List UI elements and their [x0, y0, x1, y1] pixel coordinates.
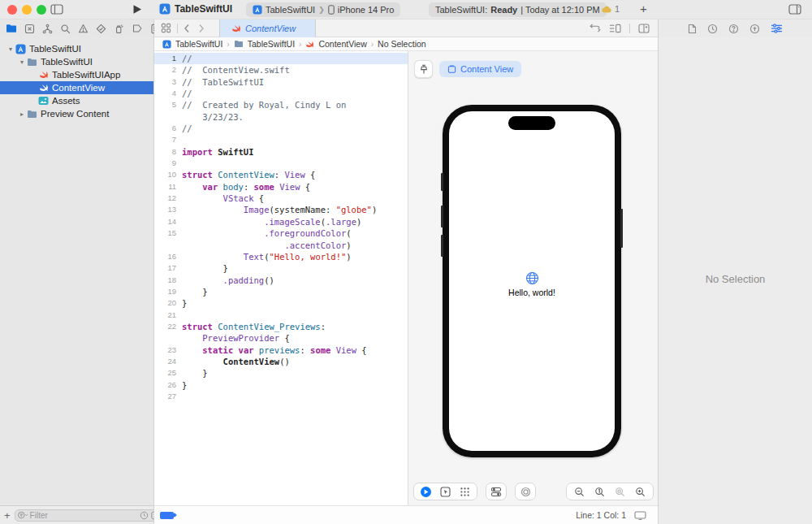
- disclosure-triangle[interactable]: ▾: [18, 58, 26, 66]
- line-col-indicator[interactable]: Line: 1 Col: 1: [576, 510, 626, 520]
- quick-help-inspector-icon[interactable]: [728, 24, 739, 34]
- line-number[interactable]: [154, 111, 182, 123]
- symbols-navigator-tab[interactable]: [42, 24, 53, 34]
- code-line[interactable]: 21: [154, 310, 408, 321]
- line-number[interactable]: 7: [154, 134, 182, 145]
- line-number[interactable]: 4: [154, 88, 182, 99]
- attributes-inspector-icon[interactable]: [771, 24, 783, 33]
- warning-badge[interactable]: 1: [602, 4, 620, 14]
- jumpbar-project[interactable]: TableSwiftUI: [175, 39, 222, 49]
- code-line[interactable]: 9: [154, 158, 408, 169]
- code-line[interactable]: 15 .foregroundColor(: [154, 227, 408, 239]
- code-line[interactable]: .accentColor): [154, 240, 408, 251]
- navigator-item-tableswiftuiapp[interactable]: TableSwiftUIApp: [0, 68, 153, 81]
- code-line[interactable]: 20}: [154, 297, 408, 309]
- accessibility-inspector-icon[interactable]: [749, 24, 760, 34]
- debug-navigator-tab[interactable]: [114, 24, 124, 34]
- code-review-icon[interactable]: [590, 24, 601, 32]
- line-number[interactable]: 5: [154, 99, 182, 110]
- add-tab-button[interactable]: +: [640, 2, 647, 15]
- display-icon[interactable]: [634, 511, 646, 520]
- line-number[interactable]: 6: [154, 123, 182, 134]
- device-settings-button[interactable]: [486, 483, 507, 500]
- source-control-navigator-tab[interactable]: [24, 24, 35, 34]
- code-line[interactable]: 3/23/23.: [154, 111, 408, 123]
- line-number[interactable]: 23: [154, 344, 182, 356]
- file-inspector-icon[interactable]: [688, 24, 697, 34]
- navigator-item-tableswiftui[interactable]: ▾TableSwiftUI: [0, 42, 153, 55]
- line-number[interactable]: 24: [154, 356, 182, 367]
- navigator-item-preview-content[interactable]: ▸Preview Content: [0, 107, 153, 120]
- iphone-preview-device[interactable]: Hello, world!: [443, 105, 621, 457]
- code-line[interactable]: 6//: [154, 123, 408, 134]
- editor-options-icon[interactable]: [609, 24, 621, 33]
- line-number[interactable]: 19: [154, 286, 182, 297]
- code-line[interactable]: 7: [154, 134, 408, 145]
- pin-preview-button[interactable]: [414, 60, 433, 78]
- sidebar-toggle-icon[interactable]: [50, 4, 63, 15]
- line-number[interactable]: 20: [154, 297, 182, 309]
- code-line[interactable]: 11 var body: some View {: [154, 181, 408, 193]
- zoom-in-button[interactable]: [635, 487, 646, 497]
- issues-navigator-tab[interactable]: [78, 24, 89, 34]
- jumpbar-file[interactable]: ContentView: [318, 39, 366, 49]
- zoom-fit-button[interactable]: [615, 487, 625, 497]
- project-navigator-tab[interactable]: [6, 24, 17, 33]
- close-window-button[interactable]: [7, 5, 17, 15]
- code-line[interactable]: 23 static var previews: some View {: [154, 344, 408, 356]
- color-scheme-button[interactable]: [515, 483, 536, 500]
- line-number[interactable]: 13: [154, 204, 182, 215]
- line-number[interactable]: 1: [154, 53, 182, 64]
- zoom-actual-button[interactable]: [594, 487, 605, 497]
- code-line[interactable]: 3// TableSwiftUI: [154, 76, 408, 88]
- code-line[interactable]: 27: [154, 391, 408, 402]
- code-line[interactable]: 25 }: [154, 367, 408, 379]
- right-panel-toggle-icon[interactable]: [788, 4, 801, 15]
- line-number[interactable]: 15: [154, 227, 182, 239]
- line-number[interactable]: 21: [154, 310, 182, 321]
- jumpbar-group[interactable]: TableSwiftUI: [248, 39, 295, 49]
- preview-name-pill[interactable]: Content View: [439, 61, 521, 77]
- line-number[interactable]: 2: [154, 64, 182, 76]
- recents-clock-icon[interactable]: [140, 511, 149, 520]
- line-number[interactable]: 22: [154, 321, 182, 332]
- zoom-window-button[interactable]: [37, 5, 46, 15]
- code-line[interactable]: 16 Text("Hello, world!"): [154, 251, 408, 262]
- selectable-preview-button[interactable]: [440, 487, 451, 497]
- source-editor[interactable]: 1//2// ContentView.swift3// TableSwiftUI…: [154, 51, 408, 505]
- tab-contentview[interactable]: ContentView: [219, 19, 316, 37]
- code-line[interactable]: 18 .padding(): [154, 275, 408, 286]
- line-number[interactable]: 9: [154, 158, 182, 169]
- line-number[interactable]: 18: [154, 275, 182, 286]
- code-line[interactable]: PreviewProvider {: [154, 332, 408, 344]
- scheme-selector[interactable]: TableSwiftUI ❯ iPhone 14 Pro: [246, 2, 400, 17]
- code-line[interactable]: 5// Created by Royal, Cindy L on: [154, 99, 408, 110]
- line-number[interactable]: 8: [154, 146, 182, 158]
- navigator-item-contentview[interactable]: ContentView: [0, 81, 153, 94]
- code-line[interactable]: 10struct ContentView: View {: [154, 169, 408, 180]
- filter-field[interactable]: [15, 509, 164, 522]
- disclosure-triangle[interactable]: ▸: [18, 110, 26, 118]
- line-number[interactable]: 3: [154, 76, 182, 88]
- code-line[interactable]: 22struct ContentView_Previews:: [154, 321, 408, 332]
- code-line[interactable]: 17 }: [154, 262, 408, 274]
- code-line[interactable]: 13 Image(systemName: "globe"): [154, 204, 408, 215]
- minimize-window-button[interactable]: [22, 5, 32, 15]
- variants-button[interactable]: [460, 487, 470, 497]
- line-number[interactable]: [154, 240, 182, 251]
- line-number[interactable]: 12: [154, 193, 182, 204]
- filter-input[interactable]: [30, 511, 137, 520]
- forward-button[interactable]: [198, 24, 205, 33]
- history-inspector-icon[interactable]: [707, 24, 718, 34]
- line-number[interactable]: 27: [154, 391, 182, 402]
- tests-navigator-tab[interactable]: [96, 24, 106, 34]
- find-navigator-tab[interactable]: [60, 24, 71, 34]
- activity-status[interactable]: TableSwiftUI: Ready | Today at 12:10 PM: [429, 2, 607, 17]
- jumpbar-selection[interactable]: No Selection: [378, 39, 426, 49]
- line-number[interactable]: 17: [154, 262, 182, 274]
- code-line[interactable]: 19 }: [154, 286, 408, 297]
- line-number[interactable]: 16: [154, 251, 182, 262]
- line-number[interactable]: 11: [154, 181, 182, 193]
- code-line[interactable]: 4//: [154, 88, 408, 99]
- line-number[interactable]: 10: [154, 169, 182, 180]
